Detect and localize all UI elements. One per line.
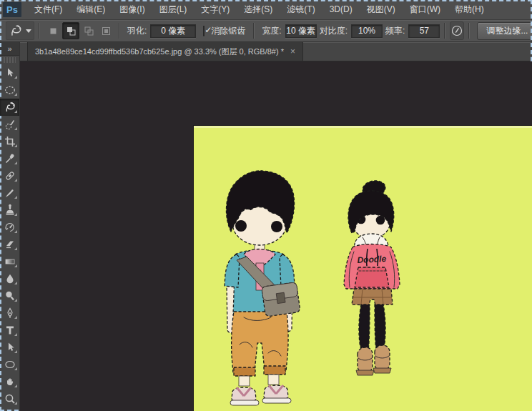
menu-item[interactable]: 编辑(E) bbox=[69, 0, 112, 19]
brush-tool[interactable] bbox=[0, 184, 19, 202]
magnetic-lasso-tool[interactable] bbox=[0, 99, 19, 116]
separator bbox=[468, 23, 470, 39]
menu-item[interactable]: 文件(F) bbox=[27, 0, 69, 19]
quick-selection-icon bbox=[4, 118, 16, 131]
menu-item[interactable]: 文字(Y) bbox=[194, 0, 237, 19]
quick-selection-tool[interactable] bbox=[0, 116, 19, 133]
antialias-label: 消除锯齿 bbox=[211, 25, 245, 37]
shape-icon bbox=[4, 358, 16, 371]
history-brush-icon bbox=[4, 221, 16, 234]
menu-item[interactable]: 帮助(H) bbox=[448, 0, 491, 19]
tools-panel: » bbox=[0, 42, 20, 411]
magnetic-lasso-icon bbox=[9, 24, 23, 38]
boy-character bbox=[225, 171, 300, 405]
tablet-pressure-icon bbox=[450, 24, 463, 37]
dodge-tool[interactable] bbox=[0, 287, 19, 304]
path-selection-icon bbox=[4, 341, 16, 354]
tool-preset-picker[interactable] bbox=[6, 21, 34, 40]
separator bbox=[444, 23, 445, 39]
right-boot bbox=[373, 345, 391, 373]
subtract-from-selection-icon bbox=[83, 25, 95, 37]
eyedropper-tool[interactable] bbox=[0, 150, 19, 167]
eraser-tool[interactable] bbox=[0, 236, 19, 253]
document-tab[interactable]: 3b1a48e89ce14cd99ffbd536b7cb625e.jpg @ 3… bbox=[27, 42, 303, 61]
intersect-selection-button[interactable] bbox=[98, 23, 114, 39]
blur-icon bbox=[4, 272, 16, 285]
separator bbox=[253, 23, 255, 39]
spot-healing-icon bbox=[4, 169, 16, 182]
eyedropper-icon bbox=[4, 152, 16, 165]
pen-tool[interactable] bbox=[0, 304, 19, 322]
canvas-area[interactable]: Doodle Jump bbox=[20, 61, 532, 411]
frequency-input[interactable]: 57 bbox=[408, 24, 440, 38]
crop-tool[interactable] bbox=[0, 133, 19, 150]
right-sandal bbox=[262, 385, 291, 403]
photoshop-logo: Ps bbox=[3, 2, 21, 17]
contrast-input[interactable]: 10% bbox=[351, 24, 383, 38]
crop-icon bbox=[4, 135, 16, 148]
antialias-checkbox[interactable] bbox=[203, 26, 205, 36]
brush-icon bbox=[4, 187, 16, 199]
elliptical-marquee-tool[interactable] bbox=[0, 81, 19, 99]
subtract-from-selection-button[interactable] bbox=[81, 23, 97, 39]
zoom-icon bbox=[4, 392, 16, 405]
tool-options-bar: 羽化: 0 像素 消除锯齿 宽度: 10 像素 对比度: 10% 频率: 57 … bbox=[0, 20, 532, 42]
clone-stamp-tool[interactable] bbox=[0, 202, 19, 219]
document-tab-bar: 3b1a48e89ce14cd99ffbd536b7cb625e.jpg @ 3… bbox=[20, 42, 532, 61]
separator bbox=[39, 23, 40, 39]
menu-item[interactable]: 视图(V) bbox=[360, 0, 403, 19]
menu-item[interactable]: 滤镜(T) bbox=[280, 0, 322, 19]
separator bbox=[119, 23, 120, 39]
photoshop-window: Ps 文件(F)编辑(E)图像(I)图层(L)文字(Y)选择(S)滤镜(T)3D… bbox=[0, 0, 532, 411]
contrast-label: 对比度: bbox=[320, 25, 348, 37]
elliptical-marquee-icon bbox=[4, 84, 16, 96]
new-selection-button[interactable] bbox=[45, 23, 61, 39]
type-icon bbox=[4, 324, 16, 337]
blur-tool[interactable] bbox=[0, 270, 19, 287]
menu-item[interactable]: 选择(S) bbox=[237, 0, 280, 19]
hand-icon bbox=[4, 375, 16, 388]
new-selection-icon bbox=[47, 25, 59, 37]
artwork: Doodle Jump bbox=[194, 126, 532, 411]
dropdown-caret-icon bbox=[26, 29, 31, 33]
eraser-icon bbox=[4, 238, 16, 251]
frequency-label: 频率: bbox=[385, 25, 405, 37]
tab-close-icon[interactable]: × bbox=[290, 47, 295, 56]
document-image[interactable]: Doodle Jump bbox=[194, 126, 532, 411]
width-label: 宽度: bbox=[262, 25, 281, 37]
spot-healing-tool[interactable] bbox=[0, 167, 19, 184]
panel-collapse-button[interactable]: » bbox=[0, 42, 19, 56]
menu-bar: Ps 文件(F)编辑(E)图像(I)图层(L)文字(Y)选择(S)滤镜(T)3D… bbox=[0, 0, 532, 20]
shape-tool[interactable] bbox=[0, 356, 19, 373]
dodge-icon bbox=[4, 289, 16, 302]
move-tool[interactable] bbox=[0, 64, 19, 81]
menu-items: 文件(F)编辑(E)图像(I)图层(L)文字(Y)选择(S)滤镜(T)3D(D)… bbox=[27, 0, 491, 19]
width-input[interactable]: 10 像素 bbox=[285, 24, 317, 38]
tablet-pressure-button[interactable] bbox=[450, 21, 464, 40]
messenger-bag bbox=[262, 282, 300, 317]
feather-input[interactable]: 0 像素 bbox=[150, 24, 196, 38]
zoom-tool[interactable] bbox=[0, 390, 19, 407]
hand-tool[interactable] bbox=[0, 373, 19, 390]
clone-stamp-icon bbox=[4, 204, 16, 217]
add-to-selection-button[interactable] bbox=[62, 22, 79, 39]
move-icon bbox=[4, 66, 16, 79]
intersect-selection-icon bbox=[100, 25, 112, 37]
history-brush-tool[interactable] bbox=[0, 219, 19, 236]
gradient-tool[interactable] bbox=[0, 253, 19, 270]
gradient-icon bbox=[4, 255, 16, 268]
menu-item[interactable]: 3D(D) bbox=[322, 0, 360, 19]
girl-character: Doodle Jump bbox=[344, 179, 400, 375]
left-boot bbox=[356, 347, 374, 375]
add-to-selection-icon bbox=[65, 25, 77, 37]
type-tool[interactable] bbox=[0, 322, 19, 339]
refine-edge-button[interactable]: 调整边缘... bbox=[477, 22, 532, 40]
menu-item[interactable]: 图层(L) bbox=[152, 0, 194, 19]
path-selection-tool[interactable] bbox=[0, 339, 19, 356]
document-tab-title: 3b1a48e89ce14cd99ffbd536b7cb625e.jpg @ 3… bbox=[35, 46, 284, 57]
panel-grip[interactable] bbox=[4, 57, 16, 63]
feather-label: 羽化: bbox=[127, 25, 147, 37]
menu-item[interactable]: 图像(I) bbox=[112, 0, 152, 19]
menu-item[interactable]: 窗口(W) bbox=[403, 0, 448, 19]
magnetic-lasso-icon bbox=[4, 101, 16, 114]
